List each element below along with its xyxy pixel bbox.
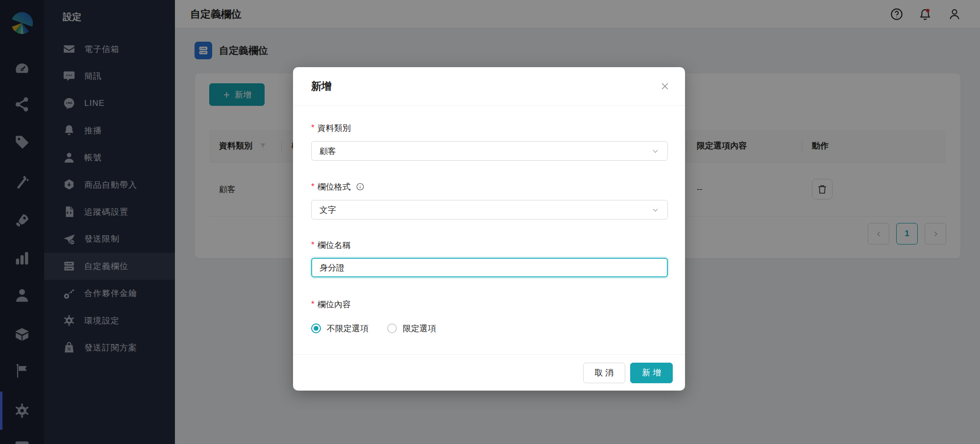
radio-selected-icon[interactable]	[311, 323, 321, 333]
radio-unselected-icon[interactable]	[387, 323, 397, 333]
field-format-select[interactable]: 文字	[311, 200, 668, 220]
cancel-button[interactable]: 取 消	[583, 363, 626, 383]
info-icon[interactable]	[356, 182, 365, 191]
add-field-modal: 新增 * 資料類別 顧客 * 欄位格式 文字 * 欄位名稱 * 欄位內容 不限定…	[293, 67, 685, 391]
data-category-select[interactable]: 顧客	[311, 141, 668, 161]
field-content-radio-group: 不限定選項限定選項	[311, 322, 436, 335]
submit-add-button[interactable]: 新 增	[630, 363, 673, 383]
field-name-label: * 欄位名稱	[311, 240, 351, 250]
chevron-down-icon	[651, 206, 660, 214]
radio-option-2[interactable]: 限定選項	[387, 323, 436, 334]
radio-option-1[interactable]: 不限定選項	[311, 323, 368, 334]
field-name-input[interactable]	[311, 258, 668, 277]
modal-title: 新增	[311, 67, 332, 105]
field-format-label: * 欄位格式	[311, 181, 365, 192]
divider	[293, 105, 685, 106]
data-category-label: * 資料類別	[311, 123, 351, 133]
chevron-down-icon	[651, 147, 660, 155]
close-icon[interactable]	[656, 77, 674, 96]
field-content-label: * 欄位內容	[311, 299, 351, 310]
